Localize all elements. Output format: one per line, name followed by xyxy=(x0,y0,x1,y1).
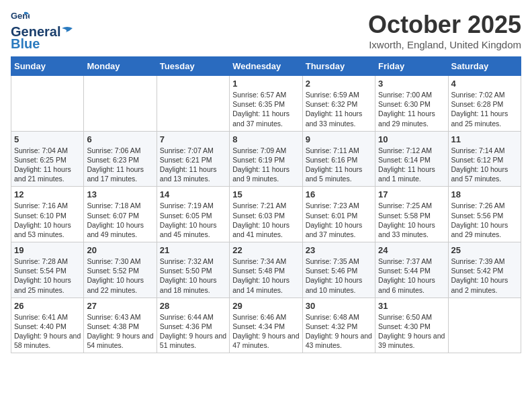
day-info: Sunrise: 7:07 AM xyxy=(160,146,226,155)
day-info: Sunset: 4:34 PM xyxy=(232,322,299,331)
day-info: Sunset: 6:32 PM xyxy=(306,99,372,109)
day-number: 27 xyxy=(87,301,153,311)
day-info: Sunset: 6:30 PM xyxy=(378,99,445,109)
day-number: 16 xyxy=(306,189,372,199)
calendar-cell: 25Sunrise: 7:39 AMSunset: 5:42 PMDayligh… xyxy=(448,242,521,298)
day-number: 24 xyxy=(378,245,445,255)
day-number: 28 xyxy=(160,301,226,311)
logo-blue: Blue xyxy=(11,36,77,51)
day-info: Sunrise: 6:44 AM xyxy=(160,312,226,322)
day-info: Sunset: 5:50 PM xyxy=(160,266,226,275)
day-info: Sunrise: 7:12 AM xyxy=(378,146,445,155)
calendar-week-row: 1Sunrise: 6:57 AMSunset: 6:35 PMDaylight… xyxy=(11,76,521,132)
day-info: Sunset: 6:05 PM xyxy=(160,211,226,220)
calendar-cell: 23Sunrise: 7:35 AMSunset: 5:46 PMDayligh… xyxy=(302,242,375,298)
day-info: Sunset: 6:35 PM xyxy=(232,99,299,109)
day-info: Daylight: 11 hours and 25 minutes. xyxy=(451,109,518,128)
day-info: Sunset: 5:46 PM xyxy=(306,266,372,275)
calendar-cell: 14Sunrise: 7:19 AMSunset: 6:05 PMDayligh… xyxy=(157,187,229,242)
day-number: 4 xyxy=(451,79,518,89)
day-info: Sunrise: 7:11 AM xyxy=(306,146,372,155)
day-info: Daylight: 9 hours and 39 minutes. xyxy=(378,331,445,350)
day-info: Sunrise: 7:25 AM xyxy=(378,201,445,210)
day-number: 18 xyxy=(451,189,518,199)
calendar-cell xyxy=(157,76,229,132)
day-info: Daylight: 11 hours and 13 minutes. xyxy=(160,165,226,183)
day-info: Daylight: 10 hours and 6 minutes. xyxy=(378,275,445,294)
day-number: 2 xyxy=(306,79,372,89)
weekday-header-monday: Monday xyxy=(84,57,157,76)
day-info: Sunset: 6:16 PM xyxy=(306,155,372,165)
day-info: Sunrise: 6:43 AM xyxy=(87,312,153,322)
calendar-week-row: 5Sunrise: 7:04 AMSunset: 6:25 PMDaylight… xyxy=(11,131,521,187)
day-info: Sunrise: 7:19 AM xyxy=(160,201,226,210)
day-info: Daylight: 10 hours and 2 minutes. xyxy=(451,275,518,294)
day-number: 21 xyxy=(160,245,226,255)
day-info: Sunrise: 7:04 AM xyxy=(14,146,81,155)
calendar-cell: 10Sunrise: 7:12 AMSunset: 6:14 PMDayligh… xyxy=(375,131,448,187)
day-info: Sunset: 5:58 PM xyxy=(378,211,445,220)
weekday-header-wednesday: Wednesday xyxy=(230,57,302,76)
day-info: Sunset: 6:23 PM xyxy=(87,155,153,165)
day-info: Sunrise: 7:39 AM xyxy=(451,257,518,266)
weekday-header-friday: Friday xyxy=(375,57,448,76)
day-info: Sunrise: 7:32 AM xyxy=(160,257,226,266)
day-info: Sunrise: 7:02 AM xyxy=(451,90,518,99)
day-info: Sunrise: 7:34 AM xyxy=(232,257,299,266)
day-number: 26 xyxy=(14,301,81,311)
calendar-cell: 11Sunrise: 7:14 AMSunset: 6:12 PMDayligh… xyxy=(448,131,521,187)
day-number: 31 xyxy=(378,301,445,311)
weekday-header-row: SundayMondayTuesdayWednesdayThursdayFrid… xyxy=(11,57,521,76)
day-info: Sunset: 6:01 PM xyxy=(306,211,372,220)
calendar-cell xyxy=(448,298,521,353)
day-info: Sunrise: 7:06 AM xyxy=(87,146,153,155)
day-info: Daylight: 9 hours and 47 minutes. xyxy=(232,331,299,350)
day-info: Sunrise: 6:57 AM xyxy=(232,90,299,99)
logo: General General Blue xyxy=(11,11,77,51)
calendar-cell: 30Sunrise: 6:48 AMSunset: 4:32 PMDayligh… xyxy=(302,298,375,353)
calendar-cell: 18Sunrise: 7:26 AMSunset: 5:56 PMDayligh… xyxy=(448,187,521,242)
day-info: Daylight: 10 hours and 18 minutes. xyxy=(160,275,226,294)
day-info: Sunrise: 7:28 AM xyxy=(14,257,81,266)
calendar-cell: 6Sunrise: 7:06 AMSunset: 6:23 PMDaylight… xyxy=(84,131,157,187)
location: Ixworth, England, United Kingdom xyxy=(368,39,521,50)
calendar-cell: 28Sunrise: 6:44 AMSunset: 4:36 PMDayligh… xyxy=(157,298,229,353)
logo-icon: General xyxy=(11,11,30,26)
day-info: Sunrise: 7:09 AM xyxy=(232,146,299,155)
day-info: Sunrise: 7:30 AM xyxy=(87,257,153,266)
day-info: Daylight: 10 hours and 33 minutes. xyxy=(378,220,445,239)
calendar-cell: 8Sunrise: 7:09 AMSunset: 6:19 PMDaylight… xyxy=(230,131,302,187)
day-info: Daylight: 11 hours and 1 minute. xyxy=(378,165,445,183)
day-info: Sunrise: 7:26 AM xyxy=(451,201,518,210)
calendar: SundayMondayTuesdayWednesdayThursdayFrid… xyxy=(11,56,521,353)
day-info: Daylight: 10 hours and 25 minutes. xyxy=(14,275,81,294)
calendar-week-row: 19Sunrise: 7:28 AMSunset: 5:54 PMDayligh… xyxy=(11,242,521,298)
day-info: Sunrise: 7:16 AM xyxy=(14,201,81,210)
day-info: Sunset: 6:19 PM xyxy=(232,155,299,165)
day-number: 10 xyxy=(378,134,445,144)
calendar-cell: 21Sunrise: 7:32 AMSunset: 5:50 PMDayligh… xyxy=(157,242,229,298)
day-number: 22 xyxy=(232,245,299,255)
day-number: 9 xyxy=(306,134,372,144)
calendar-cell: 2Sunrise: 6:59 AMSunset: 6:32 PMDaylight… xyxy=(302,76,375,132)
day-number: 8 xyxy=(232,134,299,144)
calendar-cell xyxy=(11,76,84,132)
day-number: 14 xyxy=(160,189,226,199)
day-info: Sunrise: 6:48 AM xyxy=(306,312,372,322)
calendar-cell: 16Sunrise: 7:23 AMSunset: 6:01 PMDayligh… xyxy=(302,187,375,242)
day-info: Daylight: 10 hours and 49 minutes. xyxy=(87,220,153,239)
day-info: Daylight: 10 hours and 10 minutes. xyxy=(306,275,372,294)
day-number: 11 xyxy=(451,134,518,144)
day-info: Daylight: 11 hours and 21 minutes. xyxy=(14,165,81,183)
calendar-cell: 12Sunrise: 7:16 AMSunset: 6:10 PMDayligh… xyxy=(11,187,84,242)
day-info: Daylight: 10 hours and 57 minutes. xyxy=(451,165,518,183)
day-info: Sunset: 6:25 PM xyxy=(14,155,81,165)
day-info: Daylight: 10 hours and 14 minutes. xyxy=(232,275,299,294)
day-number: 12 xyxy=(14,189,81,199)
day-number: 7 xyxy=(160,134,226,144)
day-info: Sunset: 6:21 PM xyxy=(160,155,226,165)
day-number: 29 xyxy=(232,301,299,311)
calendar-cell: 27Sunrise: 6:43 AMSunset: 4:38 PMDayligh… xyxy=(84,298,157,353)
calendar-cell: 5Sunrise: 7:04 AMSunset: 6:25 PMDaylight… xyxy=(11,131,84,187)
calendar-cell: 22Sunrise: 7:34 AMSunset: 5:48 PMDayligh… xyxy=(230,242,302,298)
